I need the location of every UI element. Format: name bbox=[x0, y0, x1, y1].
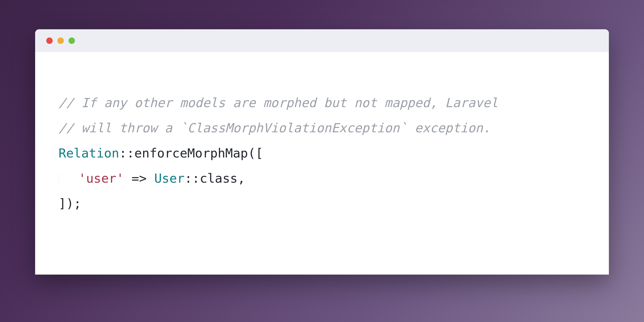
close-icon[interactable] bbox=[46, 37, 53, 44]
code-editor: // If any other models are morphed but n… bbox=[35, 52, 609, 275]
class-token: User bbox=[154, 171, 185, 186]
operator-token: :: bbox=[184, 171, 200, 186]
string-token: 'user' bbox=[78, 171, 124, 186]
prop-token: class bbox=[200, 171, 237, 186]
code-window: // If any other models are morphed but n… bbox=[35, 29, 609, 275]
maximize-icon[interactable] bbox=[68, 37, 75, 44]
code-line-1: // If any other models are morphed but n… bbox=[59, 90, 585, 115]
operator-token: :: bbox=[119, 146, 134, 160]
code-line-3: Relation::enforceMorphMap([ bbox=[59, 141, 585, 166]
indent-guide bbox=[59, 173, 76, 186]
comment-text: // will throw a `ClassMorphViolationExce… bbox=[59, 121, 491, 135]
window-titlebar bbox=[35, 29, 609, 52]
minimize-icon[interactable] bbox=[57, 37, 64, 44]
code-line-4: 'user' => User::class, bbox=[59, 166, 585, 191]
arrow-token: => bbox=[124, 171, 154, 186]
code-line-2: // will throw a `ClassMorphViolationExce… bbox=[59, 115, 585, 141]
punct-token: ]); bbox=[59, 196, 81, 211]
punct-token: ([ bbox=[248, 146, 263, 160]
comment-text: // If any other models are morphed but n… bbox=[59, 95, 498, 110]
code-line-5: ]); bbox=[59, 191, 585, 216]
method-token: enforceMorphMap bbox=[134, 146, 248, 160]
punct-token: , bbox=[238, 171, 245, 186]
class-token: Relation bbox=[59, 146, 119, 160]
